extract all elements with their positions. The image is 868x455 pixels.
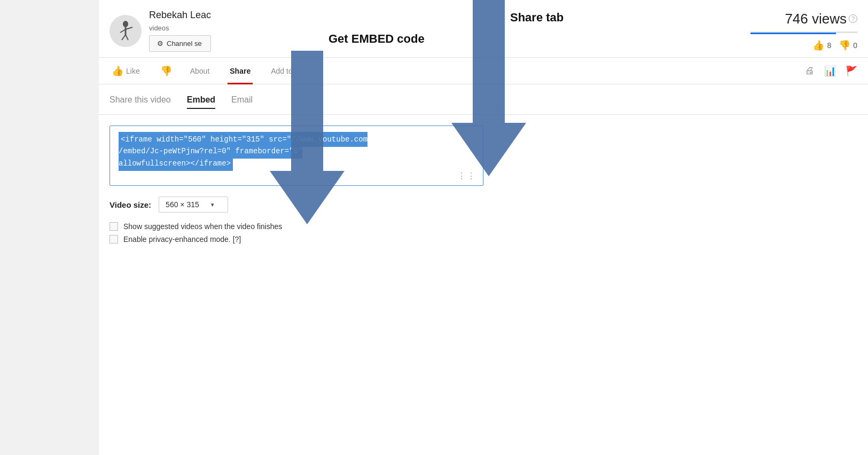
svg-line-5 [126,35,128,40]
checkbox-row-2: Enable privacy-enhanced mode. [?] [110,235,857,244]
channel-header: Rebekah Leac videos ⚙ Channel se 746 vie… [99,0,868,58]
embed-section: <iframe width="560" height="315" src="//… [99,115,868,258]
video-size-label: Video size: [110,200,151,209]
flag-icon[interactable]: 🚩 [846,65,857,77]
checkbox-suggested-label: Show suggested videos when the video fin… [123,222,282,231]
dislike-btn[interactable]: 👎 [160,65,172,77]
email-tab[interactable]: Email [231,95,253,108]
video-size-value: 560 × 315 [166,200,199,209]
thumbs-down-icon: 👎 [839,40,850,51]
addto-label: Add to [271,67,292,75]
stats-icon[interactable]: 📊 [824,65,836,77]
embed-code-box[interactable]: <iframe width="560" height="315" src="//… [110,125,483,186]
nav-item-addto[interactable]: Add to [269,58,294,84]
svg-line-4 [122,35,126,40]
about-label: About [190,67,210,75]
video-size-row: Video size: 560 × 315 ▼ [110,197,857,213]
thumbs-up-icon: 👍 [812,40,824,51]
nav-item-about[interactable]: About [188,58,212,84]
thumbs-down-nav-icon: 👎 [160,66,172,76]
share-tabs: Share this video Embed Email [110,95,857,109]
like-bar [750,33,836,34]
channel-left: Rebekah Leac videos ⚙ Channel se [110,10,211,52]
embed-code-text[interactable]: <iframe width="560" height="315" src="//… [119,132,367,171]
nav-icons: 🖨 📊 🚩 [805,65,857,77]
dislikes-count-item: 👎 0 [839,40,857,51]
like-dislike-row: 👍 8 👎 0 [812,40,857,51]
email-tab-label: Email [231,95,253,104]
svg-line-3 [126,27,132,29]
checkbox-privacy-mode[interactable] [110,235,118,244]
views-help-icon[interactable]: ? [849,14,857,23]
share-section: Share this video Embed Email [99,84,868,115]
checkbox-row-1: Show suggested videos when the video fin… [110,222,857,231]
share-this-video-label: Share this video [110,95,171,104]
embed-tab-label: Embed [187,95,215,104]
nav-item-share[interactable]: Share [228,58,253,84]
share-this-video-tab[interactable]: Share this video [110,95,171,108]
views-count: 746 views [785,11,847,27]
channel-videos-count: videos [149,24,211,32]
likes-number: 8 [827,41,831,50]
chevron-down-icon: ▼ [210,202,215,208]
nav-bar: 👍 Like 👎 About Share Add to 🖨 📊 🚩 [99,58,868,84]
video-size-dropdown[interactable]: 560 × 315 ▼ [159,197,228,213]
likes-count-item: 👍 8 [812,40,831,51]
checkbox-privacy-label: Enable privacy-enhanced mode. [?] [123,235,241,244]
avatar [110,15,142,47]
print-icon[interactable]: 🖨 [805,65,815,76]
gear-icon: ⚙ [157,40,163,48]
main-content: Rebekah Leac videos ⚙ Channel se 746 vie… [99,0,868,455]
svg-point-0 [123,21,128,27]
channel-settings-button[interactable]: ⚙ Channel se [149,35,211,52]
nav-item-like[interactable]: 👍 Like [110,58,142,84]
channel-settings-label: Channel se [167,40,202,48]
dislikes-number: 0 [853,41,857,50]
embed-resize-handle: ⋮⋮ [457,171,476,181]
channel-info: Rebekah Leac videos ⚙ Channel se [149,10,211,52]
left-sidebar [0,0,99,455]
like-label: Like [126,67,140,75]
thumbs-up-nav-icon: 👍 [112,65,123,77]
embed-tab[interactable]: Embed [187,95,215,109]
channel-name: Rebekah Leac [149,10,211,21]
share-label: Share [230,67,251,75]
checkbox-suggested-videos[interactable] [110,222,118,231]
channel-right: 746 views ? 👍 8 👎 0 [750,11,857,51]
